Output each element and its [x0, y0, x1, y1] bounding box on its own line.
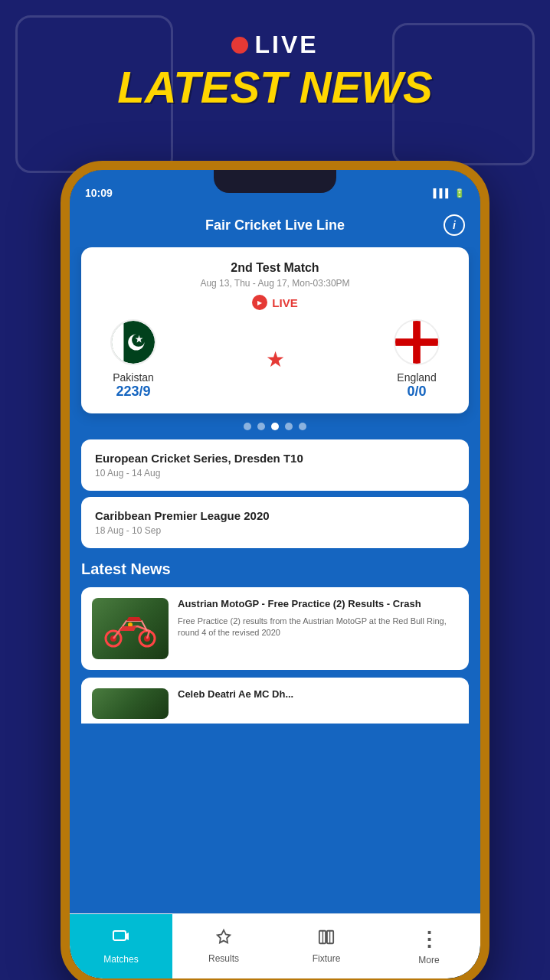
results-icon: [215, 929, 232, 950]
news-image-2: [92, 688, 169, 719]
team2-name: England: [397, 371, 436, 384]
news-image-2-inner: [92, 688, 169, 719]
series-card-1[interactable]: European Cricket Series, Dresden T10 10 …: [81, 439, 469, 491]
team-pakistan: Pakistan 223/9: [95, 319, 172, 400]
nav-more[interactable]: ⋮ More: [378, 914, 480, 978]
dot-3-active[interactable]: [271, 423, 279, 430]
moto-image: [92, 598, 169, 659]
series-name-1: European Cricket Series, Dresden T10: [95, 452, 455, 465]
team1-score: 223/9: [116, 384, 150, 400]
team-england: England 0/0: [378, 319, 455, 400]
dot-4[interactable]: [285, 423, 293, 430]
england-flag: [394, 319, 440, 365]
svg-rect-7: [395, 338, 438, 346]
results-label: Results: [208, 953, 239, 964]
signal-icon: ▌▌▌: [434, 188, 451, 198]
match-live-dot-icon: [252, 295, 267, 310]
match-card[interactable]: 2nd Test Match Aug 13, Thu - Aug 17, Mon…: [81, 247, 469, 413]
latest-news-title: LATEST NEWS: [15, 65, 535, 109]
live-badge: LIVE: [231, 31, 318, 59]
news-content-2: Celeb Deatri Ae MC Dh...: [178, 688, 458, 713]
live-dot-icon: [231, 37, 248, 54]
battery-icon: 🔋: [454, 188, 465, 198]
live-label: LIVE: [254, 31, 318, 59]
match-date: Aug 13, Thu - Aug 17, Mon-03:30PM: [95, 278, 455, 289]
status-icons: ▌▌▌ 🔋: [434, 188, 465, 198]
header-area: LIVE LATEST NEWS: [0, 0, 550, 125]
svg-rect-1: [112, 321, 123, 364]
match-live-badge: LIVE: [95, 295, 455, 310]
latest-news-section-title: Latest News: [81, 560, 469, 578]
news-title-1: Austrian MotoGP - Free Practice (2) Resu…: [178, 598, 458, 611]
team1-name: Pakistan: [113, 371, 154, 384]
more-icon: ⋮: [419, 928, 439, 952]
vs-star-icon: ★: [266, 347, 285, 372]
bottom-nav: Matches Results: [70, 913, 480, 978]
series-dates-1: 10 Aug - 14 Aug: [95, 468, 455, 479]
team2-score: 0/0: [407, 384, 426, 400]
phone-inner: 10:09 ▌▌▌ 🔋 Fair Cricket Live Line i 2nd…: [70, 170, 480, 978]
news-card-2[interactable]: Celeb Deatri Ae MC Dh...: [81, 678, 469, 724]
nav-results[interactable]: Results: [172, 914, 275, 978]
match-teams: Pakistan 223/9 ★: [95, 319, 455, 400]
carousel-dots: [81, 423, 469, 430]
news-excerpt-1: Free Practice (2) results from the Austr…: [178, 616, 458, 639]
series-dates-2: 18 Aug - 10 Sep: [95, 525, 455, 536]
app-title: Fair Cricket Live Line: [106, 217, 444, 234]
fixture-icon: [318, 929, 335, 950]
nav-fixture[interactable]: Fixture: [275, 914, 378, 978]
app-header: Fair Cricket Live Line i: [70, 208, 480, 247]
series-name-2: Caribbean Premier League 2020: [95, 509, 455, 522]
news-content-1: Austrian MotoGP - Free Practice (2) Resu…: [178, 598, 458, 659]
match-live-text: LIVE: [272, 296, 297, 309]
match-title: 2nd Test Match: [95, 261, 455, 275]
status-time: 10:09: [85, 187, 113, 199]
news-title-2: Celeb Deatri Ae MC Dh...: [178, 688, 458, 701]
matches-icon: [112, 928, 130, 951]
dot-5[interactable]: [299, 423, 306, 430]
news-card-1[interactable]: Austrian MotoGP - Free Practice (2) Resu…: [81, 587, 469, 670]
nav-matches[interactable]: Matches: [70, 914, 172, 978]
info-button[interactable]: i: [444, 214, 465, 236]
pakistan-flag: [110, 319, 156, 365]
phone-frame: 10:09 ▌▌▌ 🔋 Fair Cricket Live Line i 2nd…: [61, 161, 489, 980]
fixture-label: Fixture: [313, 953, 341, 964]
main-content: 2nd Test Match Aug 13, Thu - Aug 17, Mon…: [70, 247, 480, 929]
svg-rect-13: [113, 931, 126, 940]
dot-1[interactable]: [244, 423, 251, 430]
matches-label: Matches: [103, 954, 138, 965]
dot-2[interactable]: [257, 423, 265, 430]
series-card-2[interactable]: Caribbean Premier League 2020 18 Aug - 1…: [81, 497, 469, 548]
news-image-1: [92, 598, 169, 659]
more-label: More: [418, 955, 439, 965]
phone-notch: [214, 170, 336, 193]
